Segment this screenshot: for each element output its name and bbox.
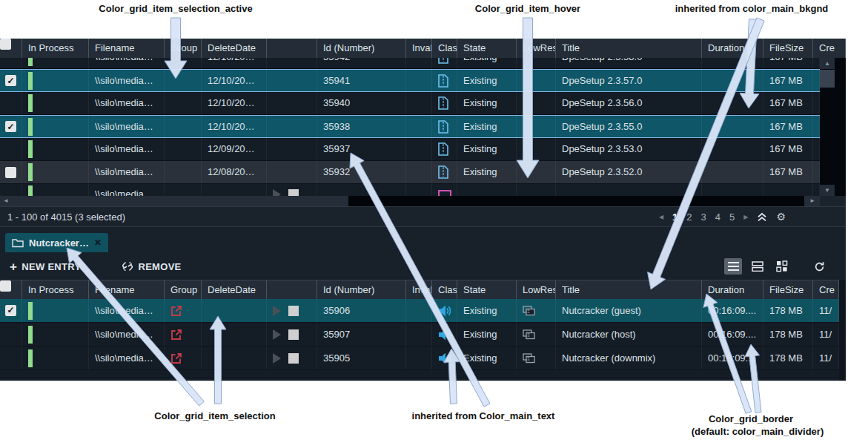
table-row-selected-active[interactable]: ✓ \\silo\media… 12/10/20… 35938 Existing… — [0, 115, 820, 138]
label-border-2: (default: color_main_divider) — [692, 426, 824, 437]
select-all-checkbox[interactable] — [0, 39, 22, 58]
play-icon[interactable] — [273, 306, 281, 316]
column-header-deletedate[interactable]: DeleteDate — [202, 39, 267, 58]
row-checkbox[interactable] — [5, 167, 16, 178]
column-header-lowres[interactable]: LowRes — [517, 39, 556, 58]
external-link-icon[interactable] — [170, 329, 182, 341]
remove-button[interactable]: REMOVE — [122, 260, 181, 272]
table-row[interactable]: \\silo\media… 35905 Existing Nutcracker … — [0, 347, 839, 370]
pagination: ◀ 1 2 3 4 5 ▶ ⚙ — [659, 211, 786, 223]
scroll-up-icon[interactable]: ▲ — [820, 58, 835, 69]
page-3[interactable]: 3 — [701, 211, 706, 223]
column-header-duration[interactable]: Duration — [702, 39, 763, 58]
column-header-group[interactable]: Group — [165, 280, 202, 300]
list-view-button[interactable] — [724, 258, 742, 275]
column-header-group[interactable]: Group — [165, 39, 202, 58]
column-header-in-process[interactable]: In Process — [22, 39, 89, 58]
column-header-state[interactable]: State — [457, 39, 517, 58]
in-process-indicator — [28, 118, 33, 136]
screenshot-page: Color_grid_item_selection_active Color_g… — [0, 0, 868, 440]
table-row[interactable]: \\silo\media… 35907 Existing Nutcracker … — [0, 323, 839, 347]
in-process-indicator — [28, 349, 33, 367]
horizontal-scrollbar[interactable]: ◄ ► — [0, 196, 820, 206]
zip-file-icon — [438, 58, 448, 64]
in-process-indicator — [28, 58, 33, 66]
thumbnail-placeholder — [288, 329, 299, 340]
column-header-state[interactable]: State — [457, 280, 517, 300]
column-header-id[interactable]: Id (Number) — [317, 39, 406, 58]
vertical-scrollbar[interactable]: ▲ ▼ — [820, 58, 835, 196]
column-header-deletedate[interactable]: DeleteDate — [202, 280, 267, 300]
table-row-selected-active[interactable]: ✓ \\silo\media… 12/10/20… 35941 Existing… — [0, 69, 820, 92]
label-selection-active: Color_grid_item_selection_active — [99, 3, 252, 14]
select-all-checkbox[interactable] — [0, 280, 22, 300]
lowres-proxy-icon — [523, 329, 535, 340]
column-header-title[interactable]: Title — [556, 39, 702, 58]
table-row-hover[interactable]: \\silo\media… 12/08/20… 35932 Existing D… — [0, 161, 820, 184]
scroll-left-icon[interactable]: ◄ — [0, 196, 12, 206]
column-header-filesize[interactable]: FileSize — [763, 280, 813, 300]
table-row-partial[interactable]: \\silo\media… — [0, 184, 820, 196]
play-icon[interactable] — [273, 189, 281, 196]
table-row-selected[interactable]: ✓ \\silo\media… 35906 Existing Nutcracke… — [0, 299, 839, 323]
play-icon[interactable] — [273, 329, 281, 340]
page-1[interactable]: 1 — [672, 211, 677, 223]
label-bkgnd: inherited from color_main_bkgnd — [675, 3, 829, 14]
prev-page-icon[interactable]: ◀ — [659, 214, 663, 220]
audio-class-icon — [438, 329, 451, 341]
new-entry-button[interactable]: + NEW ENTRY — [10, 260, 81, 273]
column-header-actions[interactable] — [267, 39, 317, 58]
column-header-lowres[interactable]: LowRes — [517, 280, 556, 300]
tab-nutcracker[interactable]: Nutcracker… ✕ — [5, 233, 108, 252]
close-icon[interactable]: ✕ — [94, 237, 102, 248]
page-4[interactable]: 4 — [715, 211, 720, 223]
collapse-icon[interactable] — [757, 211, 767, 222]
thumbnail-placeholder — [288, 189, 299, 196]
refresh-icon — [814, 261, 825, 272]
table-row-partial[interactable]: \\silo\media… 12/10/20… 35942 Existing D… — [0, 58, 820, 69]
external-link-icon[interactable] — [170, 305, 182, 317]
lowres-proxy-icon — [523, 353, 535, 364]
table-row[interactable]: \\silo\media… 12/10/20… 35940 Existing D… — [0, 92, 820, 115]
column-header-filesize[interactable]: FileSize — [763, 39, 813, 58]
column-header-inval[interactable]: Inval — [406, 39, 432, 58]
gear-icon[interactable]: ⚙ — [776, 211, 786, 223]
column-header-class[interactable]: Class — [432, 39, 457, 58]
in-process-indicator — [28, 140, 33, 158]
table-row[interactable]: \\silo\media… 12/09/20… 35937 Existing D… — [0, 138, 820, 161]
rows-view-button[interactable] — [749, 258, 766, 275]
column-header-class[interactable]: Class — [432, 280, 457, 300]
status-bar: 1 - 100 of 4015 (3 selected) ◀ 1 2 3 4 5… — [0, 206, 846, 227]
scroll-right-icon[interactable]: ► — [806, 196, 818, 206]
view-switcher — [724, 258, 825, 275]
in-process-indicator — [28, 72, 33, 90]
scrollbar-thumb[interactable] — [348, 196, 804, 206]
column-header-title[interactable]: Title — [556, 280, 702, 300]
scrollbar-thumb[interactable] — [820, 70, 835, 88]
column-header-in-process[interactable]: In Process — [22, 280, 89, 300]
scroll-down-icon[interactable]: ▼ — [820, 185, 835, 196]
in-process-indicator — [28, 163, 33, 181]
column-header-created[interactable]: Cre — [813, 280, 839, 300]
column-header-created[interactable]: Cre — [813, 39, 846, 58]
column-header-id[interactable]: Id (Number) — [317, 280, 406, 300]
column-header-filename[interactable]: Filename — [89, 39, 165, 58]
column-header-filename[interactable]: Filename — [89, 280, 165, 300]
row-checkbox[interactable]: ✓ — [5, 121, 16, 132]
page-5[interactable]: 5 — [729, 211, 735, 223]
label-main-text: inherited from Color_main_text — [412, 410, 555, 421]
page-2[interactable]: 2 — [686, 211, 692, 223]
row-checkbox[interactable]: ✓ — [5, 305, 16, 316]
column-header-inval[interactable]: Inval — [406, 280, 432, 300]
play-icon[interactable] — [273, 353, 281, 364]
row-checkbox[interactable]: ✓ — [5, 75, 16, 86]
external-link-icon[interactable] — [170, 352, 182, 364]
next-page-icon[interactable]: ▶ — [743, 214, 748, 220]
column-header-actions[interactable] — [267, 280, 317, 300]
audio-class-icon — [438, 352, 451, 364]
column-header-duration[interactable]: Duration — [702, 280, 763, 300]
grid-view-button[interactable] — [773, 258, 791, 275]
in-process-indicator — [28, 302, 33, 320]
in-process-indicator — [28, 326, 33, 344]
refresh-button[interactable] — [814, 261, 825, 272]
